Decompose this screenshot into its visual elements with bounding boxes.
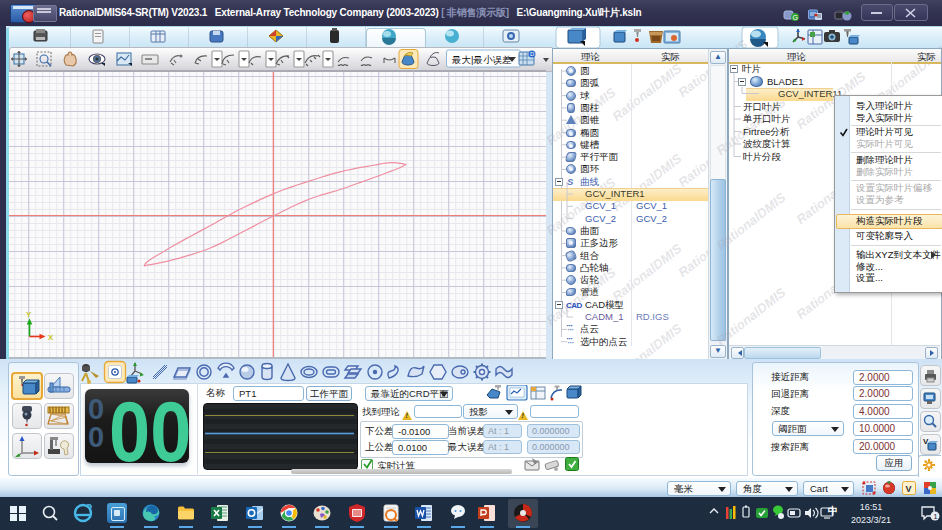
svg-text:D: D [530, 51, 535, 57]
svg-text:最大|最小误差: 最大|最小误差 [451, 54, 512, 65]
svg-text:V: V [906, 484, 912, 494]
svg-text:X: X [48, 333, 54, 342]
svg-text:1: 1 [933, 512, 938, 521]
svg-text:Y: Y [26, 310, 32, 319]
svg-text:G: G [793, 14, 798, 21]
